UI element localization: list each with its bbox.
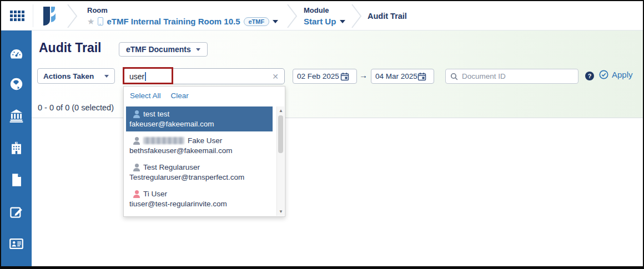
module-label: Module xyxy=(304,6,345,14)
left-sidebar: H xyxy=(1,31,32,266)
clear-icon[interactable]: ✕ xyxy=(272,72,279,81)
user-list-item[interactable]: Test Regularuser Testregularuser@transpe… xyxy=(126,160,273,185)
chevron-down-icon xyxy=(196,48,200,51)
hospital-building-icon[interactable]: H xyxy=(9,140,24,155)
result-count: 0 - 0 of 0 (0 selected) xyxy=(38,103,114,112)
document-icon[interactable] xyxy=(9,172,24,187)
help-icon[interactable]: ? xyxy=(585,72,594,80)
user-search-value: user xyxy=(129,72,144,81)
user-list-item[interactable]: fakeuser123@fakeemail.com xyxy=(126,213,273,217)
room-name[interactable]: eTMF Internal Training Room 10.5 xyxy=(107,17,240,26)
user-name: fakeuser123@fakeemail.com xyxy=(143,216,240,217)
dashboard-icon[interactable] xyxy=(9,47,24,62)
document-id-input[interactable] xyxy=(462,72,573,80)
breadcrumb-room: Room ★ eTMF Internal Training Room 10.5 … xyxy=(87,6,278,26)
user-list-item[interactable]: test test fakeuser@fakeemail.com xyxy=(126,106,273,131)
user-email: bethsfakeuser@fakeemail.com xyxy=(128,146,270,157)
search-icon xyxy=(450,73,458,80)
user-email: fakeuser@fakeemail.com xyxy=(128,120,270,130)
user-name: Test Regularuser xyxy=(143,163,200,171)
user-list-item[interactable]: Ti User tiuser@test-regularinvite.com xyxy=(126,186,273,211)
user-icon xyxy=(133,164,140,171)
edit-icon[interactable] xyxy=(9,205,24,220)
breadcrumb-module: Module Start Up xyxy=(304,6,345,26)
redacted-name xyxy=(143,137,184,144)
module-name: Start Up xyxy=(304,17,336,26)
mobile-icon xyxy=(98,17,103,26)
user-name: Fake User xyxy=(188,136,222,145)
audit-type-value: eTMF Documents xyxy=(126,45,191,54)
app-grid-icon[interactable] xyxy=(10,11,25,22)
calendar-icon xyxy=(417,72,426,81)
scroll-up-icon[interactable]: ▲ xyxy=(277,107,285,114)
user-icon xyxy=(133,137,140,144)
user-email: tiuser@test-regularinvite.com xyxy=(128,200,270,210)
user-icon xyxy=(133,190,140,197)
check-circle-icon xyxy=(599,70,608,79)
calendar-icon xyxy=(340,72,349,81)
date-from-value: 02 Feb 2025 xyxy=(297,72,340,80)
apply-label: Apply xyxy=(612,70,633,79)
user-search-input[interactable]: user ✕ xyxy=(123,68,285,84)
contact-card-icon[interactable] xyxy=(9,236,24,251)
divider xyxy=(33,4,33,27)
breadcrumb-chevron-icon xyxy=(67,3,79,29)
user-email: Testregularuser@transperfect.com xyxy=(128,173,270,184)
clear-link[interactable]: Clear xyxy=(171,92,189,100)
user-icon xyxy=(133,110,140,118)
filter-toolbar: Actions Taken user ✕ 02 Feb 2025 → xyxy=(32,68,643,85)
document-id-search[interactable] xyxy=(445,69,578,84)
chevron-down-icon xyxy=(104,75,109,78)
page-title: Audit Trail xyxy=(39,40,101,55)
audit-type-dropdown[interactable]: eTMF Documents xyxy=(119,42,208,57)
scrollbar-thumb[interactable] xyxy=(278,115,283,153)
dropdown-actions: Select All Clear xyxy=(124,87,285,106)
module-selector[interactable]: Start Up xyxy=(304,17,345,26)
select-all-link[interactable]: Select All xyxy=(130,92,161,100)
chevron-down-icon[interactable] xyxy=(273,20,278,23)
brand-logo[interactable] xyxy=(40,6,59,27)
top-navigation-bar: Room ★ eTMF Internal Training Room 10.5 … xyxy=(1,1,643,31)
room-type-badge: eTMF xyxy=(244,17,270,26)
user-filter-dropdown: Select All Clear test test fakeuser@fake… xyxy=(123,86,285,217)
svg-text:H: H xyxy=(16,142,17,144)
actions-taken-value: Actions Taken xyxy=(43,72,94,80)
text-cursor xyxy=(145,72,146,81)
date-range-arrow-icon: → xyxy=(359,70,368,80)
globe-icon[interactable] xyxy=(9,77,24,92)
star-icon[interactable]: ★ xyxy=(87,17,94,26)
scroll-down-icon[interactable]: ▼ xyxy=(277,208,285,215)
date-to-input[interactable]: 04 Mar 2025 xyxy=(371,69,434,84)
breadcrumb-page: Audit Trail xyxy=(368,1,407,31)
actions-taken-dropdown[interactable]: Actions Taken xyxy=(37,68,115,84)
user-list-item[interactable]: Fake User bethsfakeuser@fakeemail.com xyxy=(126,133,273,158)
dropdown-scrollbar[interactable]: ▲ ▼ xyxy=(276,106,284,216)
apply-button[interactable]: Apply xyxy=(599,70,633,79)
user-name: test test xyxy=(143,110,169,118)
date-from-input[interactable]: 02 Feb 2025 xyxy=(293,69,357,84)
bank-icon[interactable] xyxy=(9,108,24,123)
breadcrumb-chevron-icon xyxy=(351,3,363,29)
breadcrumb-chevron-icon xyxy=(286,3,299,29)
date-to-value: 04 Mar 2025 xyxy=(375,72,417,80)
chevron-down-icon xyxy=(340,20,345,23)
room-label: Room xyxy=(87,6,278,14)
user-name: Ti User xyxy=(143,190,167,198)
app-window: Room ★ eTMF Internal Training Room 10.5 … xyxy=(0,0,644,269)
